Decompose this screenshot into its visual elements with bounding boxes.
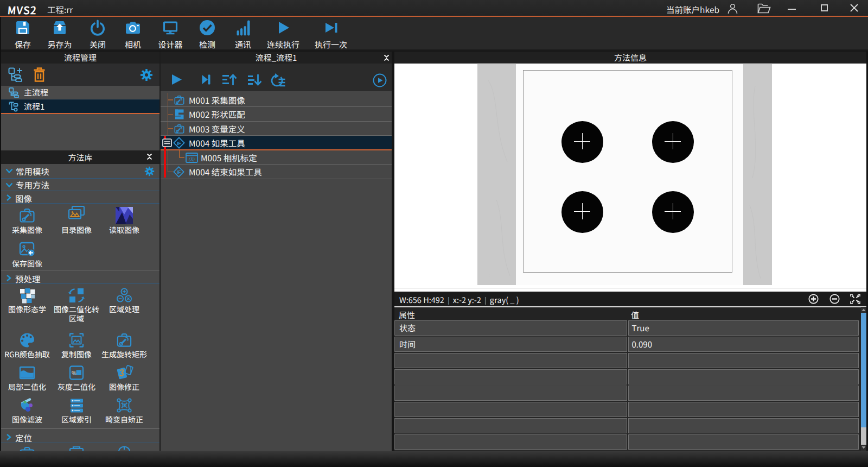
svg-text:%: % bbox=[72, 370, 76, 376]
svg-text:(X): (X) bbox=[189, 156, 195, 162]
svg-text:IF: IF bbox=[177, 141, 181, 146]
svg-text:IF: IF bbox=[177, 170, 181, 175]
